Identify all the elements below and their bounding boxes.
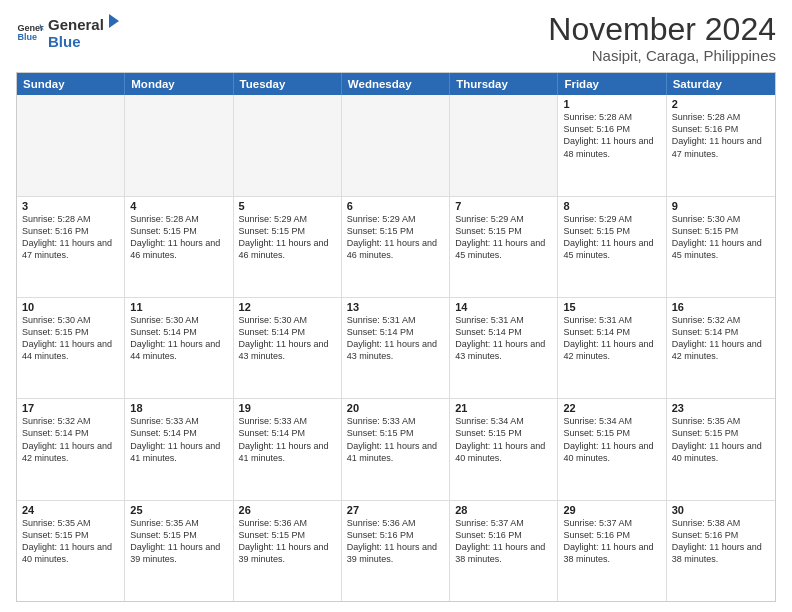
cell-info: Sunrise: 5:37 AMSunset: 5:16 PMDaylight:… [563,517,660,566]
cell-info: Sunrise: 5:29 AMSunset: 5:15 PMDaylight:… [347,213,444,262]
day-number: 11 [130,301,227,313]
cell-info: Sunrise: 5:30 AMSunset: 5:15 PMDaylight:… [22,314,119,363]
calendar-week-1: 1Sunrise: 5:28 AMSunset: 5:16 PMDaylight… [17,95,775,196]
day-cell-3: 3Sunrise: 5:28 AMSunset: 5:16 PMDaylight… [17,197,125,297]
day-cell-22: 22Sunrise: 5:34 AMSunset: 5:15 PMDayligh… [558,399,666,499]
logo-arrow-icon [105,12,123,30]
day-number: 23 [672,402,770,414]
cell-info: Sunrise: 5:36 AMSunset: 5:15 PMDaylight:… [239,517,336,566]
day-number: 9 [672,200,770,212]
day-number: 29 [563,504,660,516]
day-cell-6: 6Sunrise: 5:29 AMSunset: 5:15 PMDaylight… [342,197,450,297]
cell-info: Sunrise: 5:37 AMSunset: 5:16 PMDaylight:… [455,517,552,566]
day-cell-23: 23Sunrise: 5:35 AMSunset: 5:15 PMDayligh… [667,399,775,499]
cell-info: Sunrise: 5:28 AMSunset: 5:16 PMDaylight:… [22,213,119,262]
day-number: 5 [239,200,336,212]
day-cell-21: 21Sunrise: 5:34 AMSunset: 5:15 PMDayligh… [450,399,558,499]
day-cell-18: 18Sunrise: 5:33 AMSunset: 5:14 PMDayligh… [125,399,233,499]
calendar-body: 1Sunrise: 5:28 AMSunset: 5:16 PMDaylight… [17,95,775,601]
day-cell-25: 25Sunrise: 5:35 AMSunset: 5:15 PMDayligh… [125,501,233,601]
empty-cell [450,95,558,195]
calendar-week-4: 17Sunrise: 5:32 AMSunset: 5:14 PMDayligh… [17,399,775,500]
logo-general: General [48,16,104,33]
day-cell-30: 30Sunrise: 5:38 AMSunset: 5:16 PMDayligh… [667,501,775,601]
cell-info: Sunrise: 5:30 AMSunset: 5:14 PMDaylight:… [130,314,227,363]
cell-info: Sunrise: 5:31 AMSunset: 5:14 PMDaylight:… [347,314,444,363]
day-number: 30 [672,504,770,516]
day-cell-8: 8Sunrise: 5:29 AMSunset: 5:15 PMDaylight… [558,197,666,297]
cell-info: Sunrise: 5:28 AMSunset: 5:16 PMDaylight:… [563,111,660,160]
calendar-week-2: 3Sunrise: 5:28 AMSunset: 5:16 PMDaylight… [17,197,775,298]
day-cell-12: 12Sunrise: 5:30 AMSunset: 5:14 PMDayligh… [234,298,342,398]
cell-info: Sunrise: 5:35 AMSunset: 5:15 PMDaylight:… [672,415,770,464]
logo-icon: General Blue [16,18,44,46]
day-cell-5: 5Sunrise: 5:29 AMSunset: 5:15 PMDaylight… [234,197,342,297]
day-number: 25 [130,504,227,516]
logo-blue: Blue [48,33,81,50]
empty-cell [234,95,342,195]
day-cell-4: 4Sunrise: 5:28 AMSunset: 5:15 PMDaylight… [125,197,233,297]
cell-info: Sunrise: 5:31 AMSunset: 5:14 PMDaylight:… [455,314,552,363]
day-number: 22 [563,402,660,414]
day-cell-15: 15Sunrise: 5:31 AMSunset: 5:14 PMDayligh… [558,298,666,398]
day-cell-7: 7Sunrise: 5:29 AMSunset: 5:15 PMDaylight… [450,197,558,297]
header-day-tuesday: Tuesday [234,73,342,95]
day-number: 1 [563,98,660,110]
cell-info: Sunrise: 5:33 AMSunset: 5:14 PMDaylight:… [130,415,227,464]
day-number: 19 [239,402,336,414]
month-title: November 2024 [548,12,776,47]
day-cell-1: 1Sunrise: 5:28 AMSunset: 5:16 PMDaylight… [558,95,666,195]
day-number: 4 [130,200,227,212]
day-number: 18 [130,402,227,414]
day-number: 3 [22,200,119,212]
cell-info: Sunrise: 5:38 AMSunset: 5:16 PMDaylight:… [672,517,770,566]
svg-marker-3 [109,14,119,28]
cell-info: Sunrise: 5:31 AMSunset: 5:14 PMDaylight:… [563,314,660,363]
empty-cell [342,95,450,195]
day-number: 17 [22,402,119,414]
header-day-saturday: Saturday [667,73,775,95]
cell-info: Sunrise: 5:32 AMSunset: 5:14 PMDaylight:… [22,415,119,464]
day-number: 10 [22,301,119,313]
header-day-monday: Monday [125,73,233,95]
cell-info: Sunrise: 5:35 AMSunset: 5:15 PMDaylight:… [130,517,227,566]
cell-info: Sunrise: 5:35 AMSunset: 5:15 PMDaylight:… [22,517,119,566]
cell-info: Sunrise: 5:28 AMSunset: 5:16 PMDaylight:… [672,111,770,160]
cell-info: Sunrise: 5:29 AMSunset: 5:15 PMDaylight:… [455,213,552,262]
calendar-week-5: 24Sunrise: 5:35 AMSunset: 5:15 PMDayligh… [17,501,775,601]
calendar-week-3: 10Sunrise: 5:30 AMSunset: 5:15 PMDayligh… [17,298,775,399]
day-number: 26 [239,504,336,516]
cell-info: Sunrise: 5:32 AMSunset: 5:14 PMDaylight:… [672,314,770,363]
cell-info: Sunrise: 5:30 AMSunset: 5:15 PMDaylight:… [672,213,770,262]
day-number: 27 [347,504,444,516]
logo-text: General Blue [48,12,124,51]
day-number: 14 [455,301,552,313]
header-day-sunday: Sunday [17,73,125,95]
day-number: 21 [455,402,552,414]
svg-text:Blue: Blue [17,32,37,42]
cell-info: Sunrise: 5:28 AMSunset: 5:15 PMDaylight:… [130,213,227,262]
day-cell-19: 19Sunrise: 5:33 AMSunset: 5:14 PMDayligh… [234,399,342,499]
location-title: Nasipit, Caraga, Philippines [548,47,776,64]
logo: General Blue General Blue [16,12,124,51]
day-cell-14: 14Sunrise: 5:31 AMSunset: 5:14 PMDayligh… [450,298,558,398]
day-cell-9: 9Sunrise: 5:30 AMSunset: 5:15 PMDaylight… [667,197,775,297]
cell-info: Sunrise: 5:33 AMSunset: 5:15 PMDaylight:… [347,415,444,464]
day-number: 6 [347,200,444,212]
day-cell-13: 13Sunrise: 5:31 AMSunset: 5:14 PMDayligh… [342,298,450,398]
day-number: 12 [239,301,336,313]
header-day-thursday: Thursday [450,73,558,95]
header-day-friday: Friday [558,73,666,95]
day-cell-27: 27Sunrise: 5:36 AMSunset: 5:16 PMDayligh… [342,501,450,601]
cell-info: Sunrise: 5:30 AMSunset: 5:14 PMDaylight:… [239,314,336,363]
day-number: 2 [672,98,770,110]
day-cell-2: 2Sunrise: 5:28 AMSunset: 5:16 PMDaylight… [667,95,775,195]
cell-info: Sunrise: 5:29 AMSunset: 5:15 PMDaylight:… [239,213,336,262]
empty-cell [17,95,125,195]
cell-info: Sunrise: 5:29 AMSunset: 5:15 PMDaylight:… [563,213,660,262]
cell-info: Sunrise: 5:34 AMSunset: 5:15 PMDaylight:… [455,415,552,464]
cell-info: Sunrise: 5:33 AMSunset: 5:14 PMDaylight:… [239,415,336,464]
title-section: November 2024 Nasipit, Caraga, Philippin… [548,12,776,64]
day-cell-24: 24Sunrise: 5:35 AMSunset: 5:15 PMDayligh… [17,501,125,601]
day-number: 16 [672,301,770,313]
